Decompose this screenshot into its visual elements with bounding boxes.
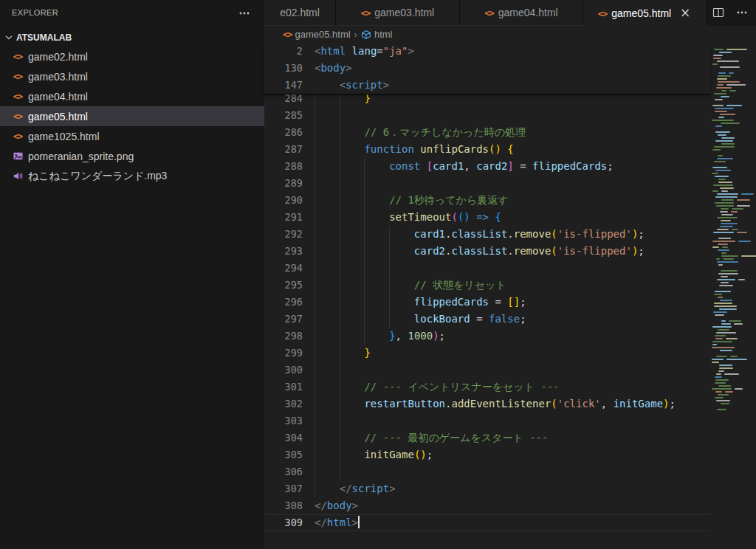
code-line-294[interactable]: 294 (264, 260, 710, 277)
file-item-game03.html[interactable]: <>game03.html (0, 66, 264, 86)
code-text: <html lang="ja"> (315, 43, 414, 60)
sidebar-section-atsumalab[interactable]: ATSUMALAB (0, 29, 264, 46)
minimap-line (717, 158, 733, 159)
minimap-line (715, 131, 730, 133)
code-line-284[interactable]: 284 } (264, 94, 710, 107)
code-line-291[interactable]: 291 setTimeout(() => { (264, 209, 710, 226)
minimap-line (715, 111, 727, 112)
minimap-line (721, 270, 738, 272)
code-line-306[interactable]: 306 (264, 463, 710, 480)
file-item-game02.html[interactable]: <>game02.html (0, 46, 264, 66)
code-line-288[interactable]: 288 const [card1, card2] = flippedCards; (264, 158, 710, 175)
code-line-305[interactable]: 305 initGame(); (264, 446, 710, 463)
code-line-287[interactable]: 287 function unflipCards() { (264, 141, 710, 158)
explorer-sidebar: EXPLORER ATSUMALAB <>game02.html<>game03… (0, 0, 264, 549)
code-text: // 6．マッチしなかった時の処理 (315, 124, 526, 141)
close-icon[interactable]: × (678, 7, 692, 20)
minimap-line (716, 373, 721, 375)
minimap-line (721, 276, 728, 277)
file-item-pomeranian_sprite.png[interactable]: pomeranian_sprite.png (0, 146, 264, 166)
minimap-line (722, 246, 728, 248)
breadcrumb-symbol-label: html (374, 29, 393, 40)
html-code-icon: <> (13, 72, 22, 82)
minimap-line (731, 211, 737, 213)
code-line-308[interactable]: 308</body> (264, 497, 710, 514)
explorer-header: EXPLORER (0, 0, 264, 26)
file-icon: <> (11, 92, 24, 102)
code-line-296[interactable]: 296 flippedCards = []; (264, 294, 710, 311)
file-item-game04.html[interactable]: <>game04.html (0, 86, 264, 106)
tab-game05.html[interactable]: <>game05.html× (583, 0, 707, 26)
tab-game04.html[interactable]: <>game04.html (460, 0, 583, 26)
minimap-line (718, 75, 731, 77)
code-line-130[interactable]: 130<body> (264, 60, 710, 77)
minimap-line (718, 117, 724, 118)
file-icon (11, 170, 24, 182)
code-text: // 1秒待ってから裏返す (315, 192, 509, 209)
editor-more-button[interactable] (734, 4, 750, 21)
minimap-line (729, 320, 741, 322)
file-item-ねこねこワンダーランド.mp3[interactable]: ねこねこワンダーランド.mp3 (0, 166, 264, 186)
code-text: <body> (315, 60, 352, 77)
text-cursor (358, 516, 360, 528)
code-line-285[interactable]: 285 (264, 107, 710, 124)
code-line-2[interactable]: 2<html lang="ja"> (264, 43, 710, 60)
minimap-line (721, 255, 738, 257)
code-line-309[interactable]: 309</html> (264, 514, 710, 531)
minimap-line (721, 199, 734, 201)
code-line-301[interactable]: 301 // --- イベントリスナーをセット --- (264, 379, 710, 396)
code-line-147[interactable]: 147 <script> (264, 77, 710, 94)
minimap-line (715, 202, 734, 204)
code-text: function unflipCards() { (315, 141, 514, 158)
code-text: card2.classList.remove('is-flipped'); (315, 243, 645, 260)
file-item-game1025.html[interactable]: <>game1025.html (0, 126, 264, 146)
split-editor-button[interactable] (710, 4, 726, 21)
file-item-game05.html[interactable]: <>game05.html (0, 106, 264, 126)
minimap-line (715, 125, 722, 127)
code-line-298[interactable]: 298 }, 1000); (264, 328, 710, 345)
file-label: game1025.html (28, 131, 100, 142)
code-text (315, 463, 364, 480)
code-text: </html> (315, 515, 360, 531)
minimap-line (721, 143, 735, 145)
minimap-line (718, 244, 728, 245)
minimap-line (714, 303, 732, 304)
minimap-line (712, 362, 719, 363)
code-line-289[interactable]: 289 (264, 175, 710, 192)
minimap-line (737, 205, 750, 207)
tab-e02.html[interactable]: e02.html (264, 0, 336, 26)
line-number: 289 (264, 175, 303, 192)
minimap[interactable] (710, 43, 747, 421)
code-line-286[interactable]: 286 // 6．マッチしなかった時の処理 (264, 124, 710, 141)
minimap-line (720, 300, 732, 301)
code-line-302[interactable]: 302 restartButton.addEventListener('clic… (264, 396, 710, 412)
code-line-299[interactable]: 299 } (264, 345, 710, 362)
line-number: 306 (264, 463, 303, 480)
code-line-303[interactable]: 303 (264, 412, 710, 429)
minimap-line (720, 187, 734, 189)
code-editor[interactable]: 284 }285 286 // 6．マッチしなかった時の処理287 functi… (264, 94, 710, 549)
tab-game03.html[interactable]: <>game03.html (336, 0, 460, 26)
code-line-297[interactable]: 297 lockBoard = false; (264, 311, 710, 328)
code-line-295[interactable]: 295 // 状態をリセット (264, 277, 710, 294)
minimap-line (720, 226, 733, 227)
breadcrumb-symbol[interactable]: html (361, 29, 393, 40)
minimap-line (712, 388, 732, 390)
code-text (315, 260, 414, 277)
minimap-line (718, 155, 723, 156)
code-line-290[interactable]: 290 // 1秒待ってから裏返す (264, 192, 710, 209)
code-line-307[interactable]: 307 </script> (264, 480, 710, 497)
code-line-300[interactable]: 300 (264, 362, 710, 379)
code-line-292[interactable]: 292 card1.classList.remove('is-flipped')… (264, 226, 710, 243)
explorer-more-icon[interactable] (238, 7, 251, 20)
breadcrumb-file[interactable]: <> game05.html (283, 29, 351, 40)
section-label: ATSUMALAB (16, 32, 72, 43)
minimap-line (715, 196, 738, 198)
breadcrumb-file-label: game05.html (295, 29, 350, 40)
editor-area: e02.html<>game03.html<>game04.html<>game… (264, 0, 756, 549)
minimap-line (712, 105, 724, 106)
code-line-293[interactable]: 293 card2.classList.remove('is-flipped')… (264, 243, 710, 260)
code-text: const [card1, card2] = flippedCards; (315, 158, 614, 175)
code-text (315, 175, 389, 192)
code-line-304[interactable]: 304 // --- 最初のゲームをスタート --- (264, 429, 710, 446)
